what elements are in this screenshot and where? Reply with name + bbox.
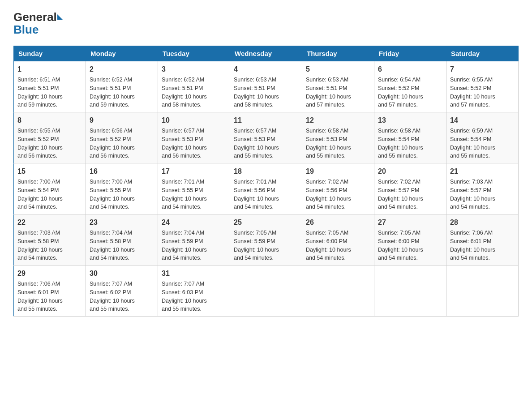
daylight-text2: and 54 minutes.	[234, 255, 274, 261]
daylight-text2: and 54 minutes.	[17, 204, 57, 210]
day-number: 28	[450, 217, 515, 228]
sunrise-text: Sunrise: 7:05 AM	[306, 230, 348, 236]
calendar-cell: 12 Sunrise: 6:58 AM Sunset: 5:53 PM Dayl…	[302, 112, 374, 163]
sunset-text: Sunset: 6:00 PM	[378, 238, 419, 244]
calendar-cell: 8 Sunrise: 6:55 AM Sunset: 5:52 PM Dayli…	[14, 112, 86, 163]
calendar-cell: 24 Sunrise: 7:04 AM Sunset: 5:59 PM Dayl…	[158, 214, 230, 265]
day-number: 6	[378, 64, 442, 75]
sunrise-text: Sunrise: 7:02 AM	[306, 179, 348, 185]
calendar-cell: 4 Sunrise: 6:53 AM Sunset: 5:51 PM Dayli…	[230, 61, 302, 112]
sunrise-text: Sunrise: 6:54 AM	[378, 77, 420, 83]
day-number: 19	[306, 166, 370, 177]
day-number: 21	[450, 166, 515, 177]
daylight-text2: and 54 minutes.	[378, 255, 418, 261]
daylight-text2: and 54 minutes.	[306, 255, 346, 261]
page-header: General Blue	[13, 9, 519, 37]
calendar-cell: 29 Sunrise: 7:06 AM Sunset: 6:01 PM Dayl…	[14, 265, 86, 317]
calendar-cell: 7 Sunrise: 6:55 AM Sunset: 5:52 PM Dayli…	[446, 61, 519, 112]
daylight-text: Daylight: 10 hours	[162, 145, 207, 151]
day-number: 2	[90, 64, 154, 75]
sunset-text: Sunset: 5:59 PM	[234, 238, 275, 244]
daylight-text: Daylight: 10 hours	[378, 94, 423, 100]
calendar-body: 1 Sunrise: 6:51 AM Sunset: 5:51 PM Dayli…	[14, 61, 519, 317]
sunset-text: Sunset: 5:51 PM	[17, 85, 59, 91]
daylight-text2: and 54 minutes.	[450, 255, 490, 261]
daylight-text: Daylight: 10 hours	[17, 196, 63, 202]
sunset-text: Sunset: 5:53 PM	[162, 136, 203, 142]
daylight-text2: and 54 minutes.	[306, 204, 346, 210]
daylight-text: Daylight: 10 hours	[450, 145, 495, 151]
daylight-text: Daylight: 10 hours	[306, 196, 351, 202]
calendar-week-row: 8 Sunrise: 6:55 AM Sunset: 5:52 PM Dayli…	[14, 112, 519, 163]
weekday-header: Saturday	[446, 46, 519, 61]
daylight-text: Daylight: 10 hours	[162, 94, 207, 100]
sunrise-text: Sunrise: 7:01 AM	[162, 179, 204, 185]
sunrise-text: Sunrise: 7:04 AM	[90, 230, 132, 236]
calendar-cell: 11 Sunrise: 6:57 AM Sunset: 5:53 PM Dayl…	[230, 112, 302, 163]
sunrise-text: Sunrise: 7:04 AM	[162, 230, 204, 236]
daylight-text2: and 59 minutes.	[17, 102, 57, 108]
calendar-cell: 23 Sunrise: 7:04 AM Sunset: 5:58 PM Dayl…	[86, 214, 158, 265]
sunrise-text: Sunrise: 7:01 AM	[234, 179, 276, 185]
daylight-text: Daylight: 10 hours	[90, 247, 135, 253]
calendar-cell	[230, 265, 302, 317]
daylight-text: Daylight: 10 hours	[378, 196, 423, 202]
daylight-text: Daylight: 10 hours	[17, 145, 63, 151]
day-number: 22	[17, 217, 82, 228]
sunrise-text: Sunrise: 7:02 AM	[378, 179, 420, 185]
daylight-text: Daylight: 10 hours	[90, 145, 135, 151]
calendar-cell: 2 Sunrise: 6:52 AM Sunset: 5:51 PM Dayli…	[86, 61, 158, 112]
sunset-text: Sunset: 6:03 PM	[162, 289, 203, 295]
calendar-cell: 5 Sunrise: 6:53 AM Sunset: 5:51 PM Dayli…	[302, 61, 374, 112]
calendar-cell: 20 Sunrise: 7:02 AM Sunset: 5:57 PM Dayl…	[374, 163, 446, 214]
sunset-text: Sunset: 5:52 PM	[17, 136, 59, 142]
day-number: 10	[162, 115, 226, 126]
daylight-text2: and 58 minutes.	[162, 102, 202, 108]
day-number: 5	[306, 64, 370, 75]
weekday-header: Monday	[86, 46, 158, 61]
daylight-text: Daylight: 10 hours	[450, 247, 495, 253]
daylight-text2: and 54 minutes.	[162, 255, 202, 261]
sunrise-text: Sunrise: 6:58 AM	[306, 128, 348, 134]
sunrise-text: Sunrise: 6:52 AM	[162, 77, 204, 83]
daylight-text2: and 55 minutes.	[378, 153, 418, 159]
sunset-text: Sunset: 5:55 PM	[90, 187, 131, 193]
day-number: 18	[234, 166, 298, 177]
calendar-cell: 28 Sunrise: 7:06 AM Sunset: 6:01 PM Dayl…	[446, 214, 519, 265]
sunrise-text: Sunrise: 6:52 AM	[90, 77, 132, 83]
sunset-text: Sunset: 5:51 PM	[306, 85, 347, 91]
sunset-text: Sunset: 5:52 PM	[450, 85, 491, 91]
day-number: 31	[162, 268, 226, 279]
logo: General Blue	[13, 11, 63, 37]
daylight-text2: and 58 minutes.	[234, 102, 274, 108]
calendar-cell: 25 Sunrise: 7:05 AM Sunset: 5:59 PM Dayl…	[230, 214, 302, 265]
day-number: 4	[234, 64, 298, 75]
day-number: 15	[17, 166, 82, 177]
sunset-text: Sunset: 5:58 PM	[17, 238, 59, 244]
daylight-text: Daylight: 10 hours	[17, 247, 63, 253]
sunrise-text: Sunrise: 6:57 AM	[162, 128, 204, 134]
sunset-text: Sunset: 5:56 PM	[306, 187, 347, 193]
sunset-text: Sunset: 6:02 PM	[90, 289, 131, 295]
day-number: 24	[162, 217, 226, 228]
sunrise-text: Sunrise: 7:07 AM	[90, 281, 132, 287]
sunrise-text: Sunrise: 7:03 AM	[450, 179, 493, 185]
sunset-text: Sunset: 5:52 PM	[90, 136, 131, 142]
sunrise-text: Sunrise: 6:58 AM	[378, 128, 420, 134]
daylight-text: Daylight: 10 hours	[17, 94, 63, 100]
daylight-text: Daylight: 10 hours	[90, 298, 135, 304]
day-number: 8	[17, 115, 82, 126]
daylight-text2: and 55 minutes.	[162, 306, 202, 312]
day-number: 14	[450, 115, 515, 126]
weekday-header: Tuesday	[158, 46, 230, 61]
daylight-text: Daylight: 10 hours	[306, 247, 351, 253]
day-number: 9	[90, 115, 154, 126]
sunrise-text: Sunrise: 7:00 AM	[90, 179, 132, 185]
calendar-cell: 31 Sunrise: 7:07 AM Sunset: 6:03 PM Dayl…	[158, 265, 230, 317]
daylight-text2: and 54 minutes.	[90, 255, 129, 261]
daylight-text: Daylight: 10 hours	[234, 94, 279, 100]
sunset-text: Sunset: 6:01 PM	[450, 238, 491, 244]
day-number: 12	[306, 115, 370, 126]
sunrise-text: Sunrise: 7:03 AM	[17, 230, 60, 236]
day-number: 1	[17, 64, 82, 75]
